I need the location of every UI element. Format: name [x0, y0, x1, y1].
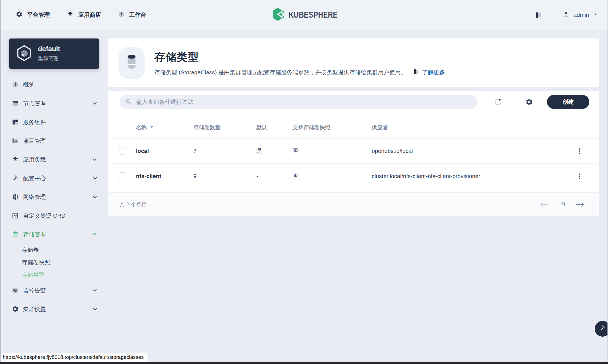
column-header-name[interactable]: 名称: [136, 124, 193, 131]
storage-class-icon: [119, 47, 145, 79]
search-input[interactable]: [136, 98, 472, 105]
pagination: 1/1: [539, 201, 585, 208]
storage-icon: [12, 231, 19, 238]
browser-status-bar: https://kubesphere.fjy8018.top/clusters/…: [1, 353, 147, 362]
cell-provisioner: openebs.io/local: [372, 148, 571, 154]
search-icon: [125, 98, 132, 106]
cluster-selector[interactable]: default 集群管理: [9, 38, 99, 69]
nav-label: 平台管理: [27, 11, 50, 19]
page-title: 存储类型: [154, 50, 445, 65]
chevron-up-icon: [92, 231, 98, 237]
row-actions-kebab-icon[interactable]: [576, 147, 583, 155]
kubesphere-logo[interactable]: KUBESPHERE: [272, 0, 348, 30]
projects-icon: [12, 137, 19, 144]
learn-more-link[interactable]: 了解更多: [413, 68, 445, 76]
page-description: 存储类型 (StorageClass) 是由集群管理员配置存储服务端参数，并按类…: [154, 69, 406, 76]
sidebar-item-overview[interactable]: 概览: [0, 75, 108, 94]
nav-app-store[interactable]: 应用商店: [67, 11, 101, 19]
list-toolbar: 创建: [108, 91, 599, 109]
documentation-icon[interactable]: [535, 11, 542, 18]
cell-snapshot: 否: [292, 147, 372, 155]
sidebar: default 集群管理 概览 节点管理 服务组件: [0, 30, 108, 364]
cell-provisioner: cluster.local/nfs-client-nfs-client-prov…: [372, 173, 571, 179]
column-header-snapshot: 支持存储卷快照: [292, 124, 372, 131]
sidebar-item-configuration[interactable]: 配置中心: [0, 169, 108, 188]
chevron-down-icon: [92, 287, 98, 294]
storage-class-name-link[interactable]: local: [136, 148, 193, 154]
previous-page-arrow-icon[interactable]: [539, 201, 549, 208]
row-actions-kebab-icon[interactable]: [576, 173, 583, 180]
nav-platform-management[interactable]: 平台管理: [16, 11, 50, 19]
table-footer: 共 2 个条目 1/1: [108, 192, 599, 216]
row-checkbox[interactable]: [119, 147, 126, 155]
search-bar[interactable]: [119, 95, 478, 109]
column-header-default: 默认: [256, 124, 292, 131]
chevron-down-icon: [593, 12, 598, 18]
cell-default: 是: [256, 147, 292, 155]
row-checkbox[interactable]: [119, 172, 126, 180]
sidebar-subitem-storage-classes[interactable]: 存储类型: [0, 269, 108, 281]
top-navigation-bar: 平台管理 应用商店 工作台 KUBESPHERE: [0, 0, 608, 30]
user-menu[interactable]: admin: [562, 11, 598, 19]
sidebar-subitem-volume-snapshots[interactable]: 存储卷快照: [0, 256, 108, 269]
next-page-arrow-icon[interactable]: [575, 201, 585, 208]
sidebar-menu: 概览 节点管理 服务组件 项目管理: [0, 75, 108, 318]
page-indicator: 1/1: [558, 201, 566, 208]
sidebar-item-network[interactable]: 网络管理: [0, 188, 108, 206]
page-header-card: 存储类型 存储类型 (StorageClass) 是由集群管理员配置存储服务端参…: [108, 38, 599, 87]
storage-class-name-link[interactable]: nfs-client: [136, 173, 193, 179]
settings-gear-icon: [12, 305, 19, 313]
workloads-icon: [12, 156, 19, 163]
table-header-row: 名称 存储卷数量 默认 支持存储卷快照 供应者: [108, 117, 599, 138]
gear-icon: [16, 11, 23, 19]
kubesphere-logo-icon: [272, 8, 285, 22]
sidebar-item-nodes[interactable]: 节点管理: [0, 94, 108, 113]
appstore-icon: [67, 11, 74, 19]
docs-book-icon: [413, 68, 419, 76]
table-row[interactable]: nfs-client 9 - 否 cluster.local/nfs-clien…: [108, 164, 599, 189]
sort-caret-icon: [149, 124, 154, 131]
refresh-button[interactable]: [494, 98, 502, 106]
total-count-label: 共 2 个条目: [119, 201, 147, 208]
user-avatar-icon: [562, 11, 570, 19]
table-row[interactable]: local 7 是 否 openebs.io/local: [108, 138, 599, 164]
column-header-volume-count: 存储卷数量: [193, 124, 256, 131]
logo-text: KUBESPHERE: [289, 10, 338, 20]
window-bottom-edge: [0, 362, 608, 364]
nav-label: 应用商店: [78, 11, 101, 19]
sidebar-item-crd[interactable]: 自定义资源 CRD: [0, 206, 108, 225]
monitoring-icon: [12, 287, 19, 294]
topbar-nav: 平台管理 应用商店 工作台: [16, 0, 146, 30]
page-header-text: 存储类型 存储类型 (StorageClass) 是由集群管理员配置存储服务端参…: [154, 50, 445, 76]
chevron-down-icon: [92, 194, 98, 200]
config-icon: [12, 175, 19, 182]
workbench-icon: [118, 11, 125, 19]
window-left-edge: [0, 0, 1, 364]
chevron-down-icon: [92, 306, 98, 312]
cell-volume-count: 9: [193, 173, 256, 179]
sidebar-subitem-volumes[interactable]: 存储卷: [0, 244, 108, 256]
toolbox-floating-button[interactable]: [595, 321, 608, 337]
network-icon: [12, 193, 19, 201]
username: admin: [574, 12, 589, 18]
select-all-checkbox[interactable]: [119, 124, 126, 131]
sidebar-item-cluster-settings[interactable]: 集群设置: [0, 300, 108, 318]
sidebar-item-storage[interactable]: 存储管理: [0, 225, 108, 244]
gauge-icon: [12, 81, 19, 88]
hammer-icon: [599, 324, 606, 333]
create-button[interactable]: 创建: [547, 95, 589, 109]
nav-workbench[interactable]: 工作台: [118, 11, 146, 19]
nodes-icon: [12, 100, 19, 107]
sidebar-item-workloads[interactable]: 应用负载: [0, 150, 108, 169]
cluster-info: default 集群管理: [38, 45, 60, 62]
topbar-right: admin: [535, 0, 598, 30]
cell-volume-count: 7: [193, 148, 256, 154]
main-content: 存储类型 存储类型 (StorageClass) 是由集群管理员配置存储服务端参…: [108, 30, 608, 364]
sidebar-item-components[interactable]: 服务组件: [0, 113, 108, 131]
sidebar-item-monitoring[interactable]: 监控告警: [0, 281, 108, 300]
cluster-hexagon-icon: [16, 45, 33, 63]
column-settings-gear-icon[interactable]: [525, 98, 533, 106]
nav-label: 工作台: [129, 11, 146, 19]
sidebar-item-projects[interactable]: 项目管理: [0, 131, 108, 150]
chevron-down-icon: [92, 100, 98, 107]
